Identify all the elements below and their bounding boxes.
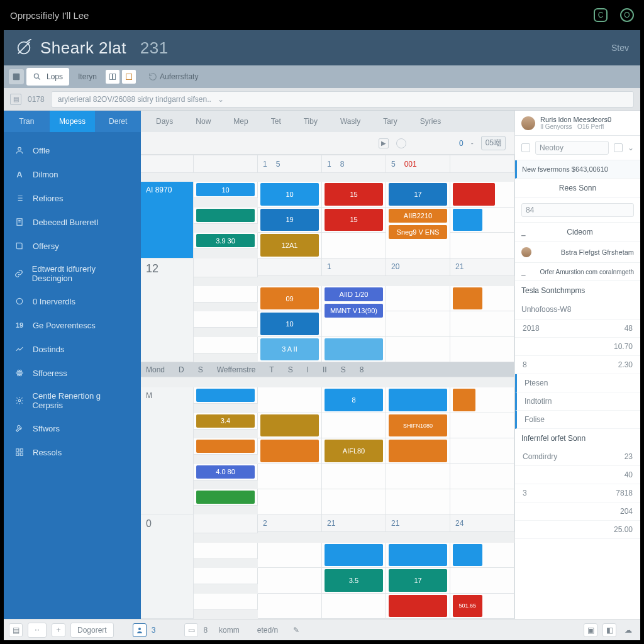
rp-link-b[interactable]: Bstra Flefgst Gfrshetam — [561, 248, 634, 256]
event[interactable] — [196, 491, 255, 504]
view-tiby[interactable]: Tiby — [292, 111, 329, 132]
toolbar-btn-b[interactable]: Iteryn — [72, 70, 103, 84]
checkbox-icon[interactable] — [521, 143, 530, 152]
maximize-button[interactable]: O — [620, 8, 634, 22]
event[interactable]: MMNT V13(90) — [325, 304, 383, 318]
sidebar-item-0[interactable]: Offle — [4, 140, 141, 161]
sidebar-item-1[interactable]: ADilmon — [4, 164, 141, 185]
event[interactable]: 17 — [389, 569, 447, 591]
today-icon[interactable] — [396, 138, 406, 148]
toolbar-icon-a[interactable] — [106, 70, 119, 84]
event[interactable]: 501.65 — [453, 595, 482, 617]
event[interactable]: 3.9 30 — [196, 234, 255, 247]
footer-btn-c[interactable]: eted/n — [251, 623, 284, 638]
sidebar-tab-0[interactable]: Tran — [4, 111, 50, 132]
event[interactable] — [325, 338, 383, 360]
toolbar-btn-c[interactable]: Auferrsftaty — [160, 72, 198, 81]
person-icon[interactable] — [133, 623, 147, 637]
sidebar-item-8[interactable]: Dostinds — [4, 338, 141, 360]
breadcrumb[interactable]: arylerieral 82OV/26088 sidry tindgarrd s… — [51, 91, 634, 108]
event[interactable]: 8 — [325, 389, 383, 411]
event[interactable]: 17 — [389, 183, 447, 205]
home-icon[interactable] — [9, 69, 24, 84]
event[interactable] — [196, 440, 255, 453]
event[interactable]: AIFL80 — [325, 440, 383, 462]
chevron-down-icon[interactable]: ⌄ — [628, 143, 634, 152]
event[interactable] — [453, 544, 482, 566]
event[interactable] — [196, 389, 255, 402]
calendar-grid[interactable]: 15 18 5001 AI 8970 10 10 15 17 19 15 AII… — [141, 155, 514, 619]
sidebar-item-2[interactable]: Refiores — [4, 187, 141, 209]
view-days[interactable]: Days — [145, 111, 184, 132]
sidebar-item-5[interactable]: Edtwerdt idfurerly Descingion — [4, 259, 141, 288]
rp-link-a[interactable]: Cideom — [567, 228, 592, 236]
event[interactable]: 10 — [260, 183, 319, 205]
prev-icon[interactable]: ▶ — [379, 138, 389, 148]
rp-row[interactable]: Comdirdry23 — [515, 448, 640, 466]
rp-row[interactable]: 201848 — [515, 319, 640, 338]
rp-field-a[interactable]: Neotoy — [535, 141, 609, 155]
footer-btn-b[interactable]: komm — [213, 623, 246, 638]
view-mep[interactable]: Mep — [222, 111, 259, 132]
footer-icon-r2[interactable]: ◧ — [602, 623, 616, 637]
event[interactable]: 3.5 — [325, 569, 383, 591]
refresh-icon[interactable] — [148, 72, 157, 81]
event[interactable]: 10 — [196, 183, 255, 196]
sidebar-tab-1[interactable]: Mopess — [50, 111, 96, 132]
search-group[interactable]: Lops — [26, 68, 69, 86]
event[interactable] — [260, 414, 319, 436]
calendar-icon[interactable] — [614, 143, 623, 152]
event[interactable] — [453, 209, 482, 231]
view-tary[interactable]: Tary — [372, 111, 409, 132]
toolbar-icon-b[interactable] — [122, 70, 136, 84]
event[interactable] — [389, 440, 447, 462]
event[interactable]: AIIB2210 — [389, 209, 447, 223]
header-user[interactable]: Stev — [611, 43, 629, 53]
view-tet[interactable]: Tet — [260, 111, 292, 132]
rp-row[interactable]: 82.30 — [515, 356, 640, 374]
footer-btn-a[interactable]: Dogorert — [70, 623, 114, 638]
footer-icon-b[interactable]: ▭ — [184, 623, 198, 637]
footer-icon-a[interactable]: ▤ — [9, 623, 23, 637]
sidebar-item-10[interactable]: Centle Renertion g Cerpsris — [4, 386, 141, 415]
rp-tag[interactable]: Indtotirn — [515, 392, 640, 411]
sidebar-item-3[interactable]: Debecedl Bureretl — [4, 211, 141, 233]
footer-icon-r3[interactable]: ☁ — [621, 623, 635, 637]
event[interactable]: SHIFN1080 — [389, 414, 447, 436]
event[interactable] — [453, 287, 482, 309]
rp-row[interactable]: 40 — [515, 466, 640, 484]
event[interactable]: 3 A II — [260, 338, 319, 360]
rp-profile[interactable]: Ruris ldon Meesdeors0 Il Genyorss O16 Pe… — [515, 111, 640, 136]
event[interactable] — [389, 544, 447, 566]
doc-icon[interactable]: ▤ — [10, 94, 21, 105]
pencil-icon[interactable]: ✎ — [289, 623, 303, 637]
event[interactable] — [389, 595, 447, 617]
sidebar-item-12[interactable]: Ressols — [4, 441, 141, 463]
view-syries[interactable]: Syries — [409, 111, 452, 132]
sidebar-item-7[interactable]: 19Ge Poverentescs — [4, 314, 141, 336]
event[interactable]: 12A1 — [260, 234, 319, 256]
cal-pill[interactable]: 05嘲 — [481, 136, 506, 150]
rp-action-btn[interactable]: Rees Sonn — [559, 184, 596, 192]
view-now[interactable]: Now — [184, 111, 222, 132]
rp-row[interactable]: 10.70 — [515, 338, 640, 356]
event[interactable] — [196, 209, 255, 222]
event[interactable]: 3.4 — [196, 414, 255, 428]
rp-row[interactable]: 37818 — [515, 484, 640, 502]
rp-row[interactable]: 204 — [515, 502, 640, 521]
event[interactable]: AIID 1/20 — [325, 287, 383, 301]
event[interactable]: 10 — [260, 313, 319, 335]
event[interactable] — [389, 389, 447, 411]
sidebar-item-11[interactable]: Sffwors — [4, 418, 141, 439]
event[interactable] — [453, 389, 475, 411]
plus-icon[interactable]: ＋ — [52, 623, 65, 637]
sidebar-item-6[interactable]: 0 Inerverdls — [4, 291, 141, 312]
event[interactable]: 4.0 80 — [196, 465, 255, 479]
event[interactable]: Sneg9 V ENS — [389, 225, 447, 239]
event[interactable]: 15 — [325, 209, 383, 231]
event[interactable] — [260, 440, 319, 462]
footer-icon-r1[interactable]: ▣ — [584, 623, 597, 637]
rp-link-c[interactable]: Orfer Amurstion com coralnmgeth — [540, 269, 635, 275]
rp-tag[interactable]: Ptesen — [515, 374, 640, 392]
event[interactable]: 15 — [325, 183, 383, 205]
